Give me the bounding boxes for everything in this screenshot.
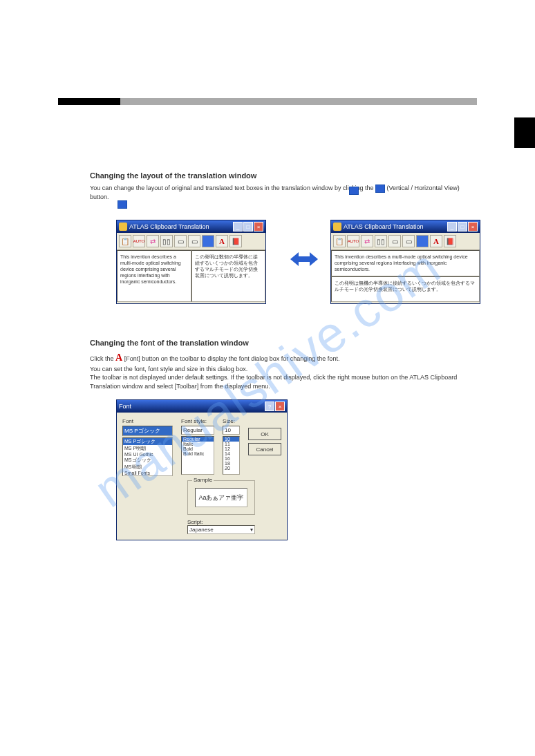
tb-font-icon[interactable]: A — [216, 235, 228, 247]
font-item-6[interactable]: System — [123, 475, 172, 476]
ok-button[interactable]: OK — [248, 428, 281, 440]
toolbar-left: 📋 AUTO ⇄ ▯▯ ▭ ▭ A 📕 — [117, 233, 265, 250]
font-dialog: Font ? × Font MS Pゴシック MS Pゴシック MS P明朝 M… — [116, 399, 288, 540]
font-text-2: [Font] button on the toolbar to display … — [124, 355, 340, 362]
script-value: Japanese — [189, 527, 214, 533]
chevron-down-icon: ▾ — [250, 527, 253, 533]
tb-copy-icon[interactable]: 📋 — [333, 235, 346, 247]
section-font-title: Changing the font of the translation win… — [90, 339, 249, 347]
size-item-4[interactable]: 16 — [223, 456, 239, 461]
toolbar-right: 📋 AUTO ⇄ ▯▯ ▭ ▭ A 📕 — [331, 233, 480, 250]
svg-marker-0 — [290, 252, 318, 266]
window-title-left: ATLAS Clipboard Translation — [129, 223, 209, 230]
font-section-text: Click the A [Font] button on the toolbar… — [90, 351, 463, 390]
side-tab — [514, 117, 535, 148]
target-pane-left[interactable]: この発明は数個の半導体に接続するいくつかの領域を包含するマルチモードの光学切換装… — [191, 250, 266, 302]
style-label: Font style: — [181, 418, 214, 424]
close-button[interactable]: × — [468, 222, 478, 231]
app-icon — [119, 223, 127, 231]
style-list[interactable]: Regular Italic Bold Bold Italic — [181, 436, 214, 475]
tb-panel2-icon[interactable]: ▭ — [188, 235, 200, 247]
sample-box: Aaあぁアァ亜宇 — [195, 488, 247, 507]
font-item-4[interactable]: MS明朝 — [123, 464, 172, 471]
layout-text-1: You can change the layout of original an… — [90, 185, 373, 191]
tb-swap-icon[interactable]: ⇄ — [361, 235, 373, 247]
tb-swap-icon[interactable]: ⇄ — [147, 235, 159, 247]
font-item-1[interactable]: MS P明朝 — [123, 445, 172, 452]
tb-font-icon[interactable]: A — [430, 235, 442, 247]
font-text-1: Click the — [90, 355, 114, 362]
titlebar-right[interactable]: ATLAS Clipboard Translation _ □ × — [331, 220, 480, 233]
tb-book-icon[interactable]: 📕 — [444, 235, 456, 247]
font-dialog-titlebar[interactable]: Font ? × — [117, 400, 287, 413]
header-bar-black — [58, 98, 120, 105]
maximize-button[interactable]: □ — [243, 222, 253, 231]
font-text-3: You can set the font, font style and siz… — [90, 366, 247, 372]
sample-label: Sample — [192, 477, 214, 483]
font-item-5[interactable]: Small Fonts — [123, 471, 172, 475]
size-list[interactable]: 10 11 12 14 16 18 20 — [223, 436, 240, 475]
section-layout-title: Changing the layout of the translation w… — [90, 171, 256, 180]
font-item-0[interactable]: MS Pゴシック — [123, 438, 172, 445]
size-label: Size: — [223, 418, 240, 424]
app-icon — [333, 223, 341, 231]
style-item-2[interactable]: Bold — [182, 446, 214, 451]
script-label: Script: — [187, 519, 203, 525]
maximize-button[interactable]: □ — [458, 222, 467, 231]
clipboard-window-horizontal: ATLAS Clipboard Translation _ □ × 📋 AUTO… — [330, 220, 480, 304]
size-input[interactable]: 10 — [223, 426, 240, 435]
tb-panel1-icon[interactable]: ▭ — [174, 235, 187, 247]
tb-auto-icon[interactable]: AUTO — [133, 235, 145, 247]
titlebar-left[interactable]: ATLAS Clipboard Translation _ □ × — [117, 220, 265, 233]
size-item-3[interactable]: 14 — [223, 451, 239, 456]
help-button[interactable]: ? — [265, 401, 274, 411]
cancel-button[interactable]: Cancel — [248, 443, 281, 455]
layout-icon-left — [118, 200, 127, 209]
style-item-0[interactable]: Regular — [182, 437, 214, 442]
source-pane-left[interactable]: This invention describes a multi-mode op… — [117, 250, 191, 302]
double-arrow-icon — [290, 249, 318, 270]
font-dialog-title: Font — [119, 403, 131, 410]
sample-group: Sample Aaあぁアァ亜宇 — [187, 480, 255, 515]
header-bar-gray — [120, 98, 477, 105]
style-item-1[interactable]: Italic — [182, 442, 214, 446]
vertical-horizontal-view-icon — [375, 185, 385, 193]
font-a-icon: A — [115, 352, 122, 363]
font-list[interactable]: MS Pゴシック MS P明朝 MS UI Gothic MSゴシック MS明朝… — [122, 437, 173, 476]
size-item-0[interactable]: 10 — [223, 437, 239, 442]
font-item-3[interactable]: MSゴシック — [123, 457, 172, 464]
tb-panel2-icon[interactable]: ▭ — [402, 235, 415, 247]
size-item-6[interactable]: 20 — [223, 466, 239, 471]
clipboard-window-vertical: ATLAS Clipboard Translation _ □ × 📋 AUTO… — [116, 220, 266, 304]
size-item-5[interactable]: 18 — [223, 461, 239, 466]
minimize-button[interactable]: _ — [447, 222, 457, 231]
minimize-button[interactable]: _ — [233, 222, 243, 231]
script-select[interactable]: Japanese ▾ — [187, 525, 255, 534]
tb-divide-lr-icon[interactable]: ▯▯ — [375, 235, 387, 247]
font-input[interactable]: MS Pゴシック — [122, 426, 173, 436]
font-label: Font — [122, 418, 173, 424]
source-pane-right[interactable]: This invention describes a multi-mode op… — [331, 250, 480, 276]
font-text-4: The toolbar is not displayed under defau… — [90, 374, 457, 390]
size-item-1[interactable]: 11 — [223, 442, 239, 446]
close-button[interactable]: × — [275, 401, 285, 411]
layout-text: You can change the layout of original an… — [90, 184, 463, 201]
close-button[interactable]: × — [254, 222, 263, 231]
window-title-right: ATLAS Clipboard Translation — [344, 223, 423, 230]
size-item-2[interactable]: 12 — [223, 446, 239, 451]
layout-icon-right — [349, 187, 359, 195]
style-input[interactable]: Regular — [181, 426, 214, 435]
font-item-2[interactable]: MS UI Gothic — [123, 452, 172, 457]
target-pane-right[interactable]: この発明は無機の半導体に接続するいくつかの領域を包含するマルチモードの光学切換装… — [331, 276, 480, 303]
tb-copy-icon[interactable]: 📋 — [119, 235, 131, 247]
tb-layout-icon[interactable] — [202, 235, 214, 247]
style-item-3[interactable]: Bold Italic — [182, 451, 214, 456]
tb-layout-icon[interactable] — [416, 235, 429, 247]
tb-panel1-icon[interactable]: ▭ — [388, 235, 401, 247]
tb-auto-icon[interactable]: AUTO — [347, 235, 359, 247]
tb-divide-lr-icon[interactable]: ▯▯ — [160, 235, 173, 247]
tb-book-icon[interactable]: 📕 — [229, 235, 242, 247]
